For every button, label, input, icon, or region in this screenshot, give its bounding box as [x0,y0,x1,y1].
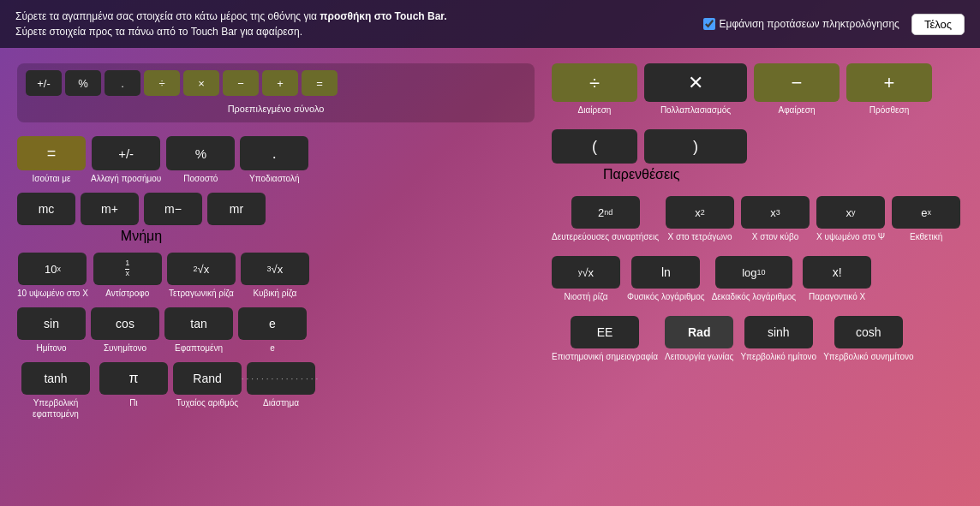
space-label: Διάστημα [263,397,299,408]
tan-button[interactable]: tan [164,307,233,340]
preset-plus-minus-button[interactable]: +/- [26,70,62,96]
inv-button[interactable]: 1x [93,253,162,285]
op-multiply-item: ✕ Πολλαπλασιασμός [644,63,747,116]
2nd-label: Δευτερεύουσες συναρτήσεις [552,231,659,242]
rad-label: Λειτουργία γωνίας [665,351,733,362]
op-divide-button[interactable]: ÷ [552,63,637,102]
rad-button[interactable]: Rad [665,316,733,348]
mplus-button[interactable]: m+ [81,193,139,225]
btn-inv-item: 1x Αντίστροφο [93,253,162,299]
btn-ee-item: EE Επιστημονική σημειογραφία [552,316,658,362]
btn-2nd-item: 2nd Δευτερεύουσες συναρτήσεις [552,196,659,242]
cosh-label: Υπερβολικό συνημίτονο [823,351,913,362]
cosh-button[interactable]: cosh [834,316,903,348]
parens-label: Παρενθέσεις [552,167,679,182]
paren-open-button[interactable]: ( [552,129,637,164]
ex-button[interactable]: ex [892,196,960,229]
preset-bar-container: +/- % . ÷ × − + = Προεπιλεγμένο σύνολο [17,63,535,122]
equals-label: Ισούται με [33,173,71,184]
ee-row: EE Επιστημονική σημειογραφία Rad Λειτουρ… [552,316,963,362]
op-divide-label: Διαίρεση [578,104,612,116]
10x-label: 10 υψωμένο στο Χ [17,288,88,299]
op-minus-button[interactable]: − [754,63,840,102]
btn-cbrt-item: 3√x Κυβική ρίζα [241,253,309,299]
plus-minus-label: Αλλαγή προσήμου [91,173,161,184]
end-button[interactable]: Τέλος [911,14,965,35]
mminus-button[interactable]: m− [144,193,202,225]
space-button[interactable]: ················ [247,362,315,395]
ln-button[interactable]: ln [631,256,700,289]
preset-multiply-button[interactable]: × [183,70,219,96]
btn-e-item: e e [238,307,307,354]
op-plus-button[interactable]: + [846,63,932,102]
btn-cos-item: cos Συνημίτονο [91,307,159,354]
log10-button[interactable]: log10 [715,256,792,289]
parens-section: ( ) Παρενθέσεις [552,129,963,182]
powers-row: 10x 10 υψωμένο στο Χ 1x Αντίστροφο 2√x Τ… [17,253,535,299]
10x-button[interactable]: 10x [18,253,87,285]
btn-sin-item: sin Ημίτονο [17,307,86,354]
powers-right-row: 2nd Δευτερεύουσες συναρτήσεις x2 Χ στο τ… [552,196,963,242]
cbrt-label: Κυβική ρίζα [253,288,296,299]
sqrt-button[interactable]: 2√x [167,253,236,285]
ee-label: Επιστημονική σημειογραφία [552,351,658,362]
percent-label: Ποσοστό [183,173,218,184]
xfact-label: Παραγοντικό Χ [809,291,865,302]
ex-label: Εκθετική [910,231,942,242]
main-content: +/- % . ÷ × − + = Προεπιλεγμένο σύνολο =… [0,48,980,506]
memory-label: Μνήμη [17,229,266,244]
cbrt-button[interactable]: 3√x [241,253,309,285]
rows-section: = Ισούται με +/- Αλλαγή προσήμου % Ποσοσ… [17,136,535,420]
equals-button[interactable]: = [17,136,86,170]
tanh-label: Υπερβολική εφαπτομένη [17,397,94,420]
dot-label: Υποδιαστολή [249,173,299,184]
op-plus-label: Πρόσθεση [869,104,909,116]
x3-button[interactable]: x3 [741,196,810,229]
sinh-button[interactable]: sinh [744,316,813,348]
header-text: Σύρετε τα αγαπημένα σας στοιχεία στο κάτ… [15,9,447,39]
btn-tanh-item: tanh Υπερβολική εφαπτομένη [17,362,94,420]
preset-percent-button[interactable]: % [65,70,101,96]
xfact-button[interactable]: x! [803,256,871,289]
sin-label: Ημίτονο [36,342,66,354]
yrt-button[interactable]: y√x [552,256,620,289]
btn-ex-item: ex Εκθετική [892,196,960,242]
instruction-line1-prefix: Σύρετε τα αγαπημένα σας στοιχεία στο κάτ… [15,10,320,22]
percent-button[interactable]: % [166,136,235,170]
paren-close-button[interactable]: ) [644,129,747,164]
op-multiply-label: Πολλαπλασιασμός [660,104,731,116]
ln-label: Φυσικός λογάριθμος [627,291,705,302]
preset-dot-button[interactable]: . [105,70,140,96]
2nd-button[interactable]: 2nd [571,196,640,229]
dot-button[interactable]: . [240,136,308,170]
btn-sinh-item: sinh Υπερβολικό ημίτονο [740,316,816,362]
xy-button[interactable]: xy [816,196,885,229]
op-multiply-button[interactable]: ✕ [644,63,747,102]
x2-button[interactable]: x2 [666,196,734,229]
tan-label: Εφαπτομένη [175,342,223,354]
preset-minus-button[interactable]: − [223,70,259,96]
rand-button[interactable]: Rand [173,362,242,395]
cos-button[interactable]: cos [91,307,159,340]
keyboard-suggestions-checkbox[interactable] [703,18,715,30]
sinh-label: Υπερβολικό ημίτονο [740,351,816,362]
mr-button[interactable]: mr [207,193,266,225]
inv-label: Αντίστροφο [105,288,149,299]
keyboard-suggestions-toggle[interactable]: Εμφάνιση προτάσεων πληκτρολόγησης [703,18,899,30]
preset-divide-button[interactable]: ÷ [144,70,180,96]
ee-button[interactable]: EE [571,316,639,348]
memory-section: mc m+ m− mr Μνήμη [17,193,266,244]
instruction-line2: Σύρετε στοιχεία προς τα πάνω από το Touc… [15,24,447,39]
preset-plus-button[interactable]: + [262,70,298,96]
tanh-button[interactable]: tanh [21,362,90,395]
btn-space-item: ················ Διάστημα [247,362,315,408]
mc-button[interactable]: mc [17,193,75,225]
preset-equals-button[interactable]: = [302,70,338,96]
btn-dot-item: . Υποδιαστολή [240,136,308,184]
plus-minus-button[interactable]: +/- [92,136,160,170]
pi-button[interactable]: π [99,362,168,395]
x3-label: Χ στον κύβο [752,231,799,242]
sin-button[interactable]: sin [17,307,86,340]
e-button[interactable]: e [238,307,307,340]
xy-label: Χ υψωμένο στο Ψ [816,231,885,242]
